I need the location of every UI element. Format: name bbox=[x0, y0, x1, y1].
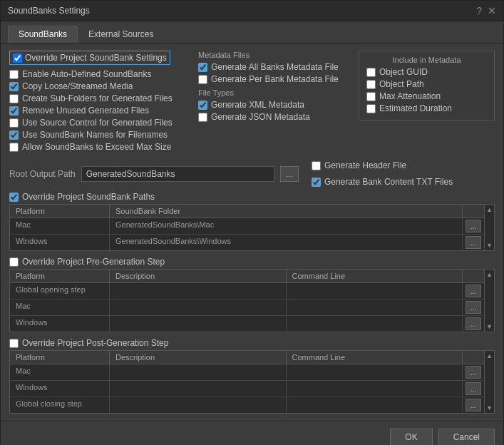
post-gen-cmd-header: Command Line bbox=[287, 351, 463, 364]
mac-browse-button[interactable]: ... bbox=[466, 220, 481, 232]
pre-gen-platform-header: Platform bbox=[10, 270, 110, 282]
ok-button[interactable]: OK bbox=[390, 429, 432, 445]
platform-windows: Windows bbox=[10, 235, 110, 250]
title-bar-left: SoundBanks Settings bbox=[8, 6, 90, 16]
mac-browse-cell: ... bbox=[463, 218, 484, 234]
scrollbar-postgen: ▲ ▼ bbox=[484, 351, 494, 413]
override-paths-checkbox[interactable] bbox=[9, 193, 19, 202]
platform-mac: Mac bbox=[10, 218, 110, 234]
enable-auto-checkbox[interactable] bbox=[9, 70, 19, 79]
generate-bank-content-row: Generate Bank Content TXT Files bbox=[312, 177, 453, 187]
table-row: Mac ... bbox=[10, 300, 484, 316]
post-global-browse-button[interactable]: ... bbox=[466, 399, 481, 411]
override-project-row: Override Project SoundBank Settings bbox=[9, 51, 170, 65]
post-global-desc bbox=[110, 397, 287, 413]
help-icon[interactable]: ? bbox=[476, 5, 482, 16]
soundbank-paths-table-inner: Platform SoundBank Folder Mac GeneratedS… bbox=[10, 205, 484, 250]
generate-per-checkbox[interactable] bbox=[198, 75, 207, 84]
generate-json-row: Generate JSON Metadata bbox=[198, 112, 351, 122]
include-meta-box: Include in Metadata Object GUID Object P… bbox=[359, 51, 495, 121]
cancel-button[interactable]: Cancel bbox=[438, 429, 495, 445]
table-row: Windows ... bbox=[10, 381, 484, 397]
pre-gen-section: Override Project Pre-Generation Step Pla… bbox=[9, 257, 495, 332]
copy-loose-checkbox[interactable] bbox=[9, 82, 19, 91]
pre-mac-browse-button[interactable]: ... bbox=[466, 301, 481, 314]
post-global-btn-cell: ... bbox=[463, 397, 484, 413]
soundbank-folder-header: SoundBank Folder bbox=[110, 205, 463, 218]
post-windows-btn-cell: ... bbox=[463, 381, 484, 397]
metadata-files-label: Metadata Files bbox=[198, 51, 351, 59]
metadata-section: Metadata Files Generate All Banks Metada… bbox=[198, 51, 351, 154]
root-output-input[interactable] bbox=[81, 166, 274, 182]
table-row: Mac ... bbox=[10, 364, 484, 381]
windows-browse-button[interactable]: ... bbox=[466, 236, 481, 249]
remove-unused-checkbox[interactable] bbox=[9, 106, 19, 116]
override-paths-header: Override Project SoundBank Paths bbox=[9, 192, 495, 202]
allow-exceed-checkbox[interactable] bbox=[9, 143, 19, 152]
generate-header-checkbox[interactable] bbox=[312, 161, 321, 170]
pre-global-cmd bbox=[287, 283, 463, 299]
use-names-row: Use SoundBank Names for Filenames bbox=[9, 130, 191, 140]
estimated-duration-checkbox[interactable] bbox=[366, 104, 376, 113]
post-gen-platform-header: Platform bbox=[10, 351, 110, 364]
soundbank-paths-table: Platform SoundBank Folder Mac GeneratedS… bbox=[9, 204, 495, 251]
pre-mac-btn-cell: ... bbox=[463, 300, 484, 315]
main-content: Override Project SoundBank Settings Enab… bbox=[1, 44, 503, 421]
generate-header-row: Generate Header File bbox=[312, 160, 406, 170]
pre-windows-btn-cell: ... bbox=[463, 316, 484, 332]
close-icon[interactable]: ✕ bbox=[488, 5, 496, 16]
windows-browse-cell: ... bbox=[463, 235, 484, 250]
post-mac-browse-button[interactable]: ... bbox=[466, 366, 481, 379]
scroll-up-pregen-icon[interactable]: ▲ bbox=[485, 270, 494, 280]
post-gen-header: Override Project Post-Generation Step bbox=[9, 338, 495, 348]
pre-gen-table: Platform Description Command Line Global… bbox=[9, 269, 495, 332]
max-attenuation-checkbox[interactable] bbox=[366, 92, 376, 101]
tab-external-sources[interactable]: External Sources bbox=[78, 26, 164, 43]
use-source-checkbox[interactable] bbox=[9, 118, 19, 128]
pre-global-btn-cell: ... bbox=[463, 283, 484, 299]
enable-auto-row: Enable Auto-Defined SoundBanks bbox=[9, 69, 191, 79]
override-paths-section: Override Project SoundBank Paths Platfor… bbox=[9, 192, 495, 251]
generate-all-checkbox[interactable] bbox=[198, 63, 207, 72]
post-mac-platform: Mac bbox=[10, 364, 110, 380]
create-sub-row: Create Sub-Folders for Generated Files bbox=[9, 93, 191, 103]
spacer-header3 bbox=[463, 351, 484, 364]
table-row: Mac GeneratedSoundBanks\Mac ... bbox=[10, 218, 484, 235]
scroll-down-pregen-icon[interactable]: ▼ bbox=[485, 322, 494, 332]
copy-loose-row: Copy Loose/Streamed Media bbox=[9, 81, 191, 91]
use-names-checkbox[interactable] bbox=[9, 131, 19, 140]
object-path-checkbox[interactable] bbox=[366, 80, 376, 89]
pre-windows-platform: Windows bbox=[10, 316, 110, 332]
scroll-down-icon[interactable]: ▼ bbox=[485, 240, 494, 250]
post-windows-browse-button[interactable]: ... bbox=[466, 382, 481, 395]
folder-windows: GeneratedSoundBanks\Windows bbox=[110, 235, 463, 250]
dialog-footer: OK Cancel bbox=[1, 421, 503, 445]
scroll-down-postgen-icon[interactable]: ▼ bbox=[485, 403, 494, 413]
file-types-label: File Types bbox=[198, 88, 351, 97]
include-metadata-section: Include in Metadata Object GUID Object P… bbox=[359, 51, 495, 154]
max-attenuation-row: Max Attenuation bbox=[366, 91, 487, 101]
dialog-title: SoundBanks Settings bbox=[8, 6, 90, 16]
post-gen-desc-header: Description bbox=[110, 351, 287, 364]
scrollbar-pregen: ▲ ▼ bbox=[484, 270, 494, 332]
generate-bank-content-checkbox[interactable] bbox=[312, 178, 321, 187]
generate-xml-checkbox[interactable] bbox=[198, 101, 207, 110]
pre-windows-browse-button[interactable]: ... bbox=[466, 317, 481, 330]
table-row: Windows GeneratedSoundBanks\Windows ... bbox=[10, 235, 484, 250]
pre-global-desc bbox=[110, 283, 287, 299]
post-gen-checkbox[interactable] bbox=[9, 339, 19, 348]
scroll-up-icon[interactable]: ▲ bbox=[485, 205, 494, 215]
pre-gen-checkbox[interactable] bbox=[9, 257, 19, 267]
override-project-checkbox[interactable] bbox=[13, 53, 22, 63]
object-guid-checkbox[interactable] bbox=[366, 68, 376, 77]
pre-mac-desc bbox=[110, 300, 287, 315]
create-sub-checkbox[interactable] bbox=[9, 94, 19, 103]
spacer-header bbox=[463, 205, 484, 218]
scroll-up-postgen-icon[interactable]: ▲ bbox=[485, 351, 494, 361]
pre-global-browse-button[interactable]: ... bbox=[466, 285, 481, 297]
spacer-header2 bbox=[463, 270, 484, 282]
generate-xml-row: Generate XML Metadata bbox=[198, 100, 351, 110]
tab-soundbanks[interactable]: SoundBanks bbox=[8, 26, 78, 43]
generate-json-checkbox[interactable] bbox=[198, 113, 207, 122]
root-output-browse-button[interactable]: ... bbox=[280, 166, 299, 182]
